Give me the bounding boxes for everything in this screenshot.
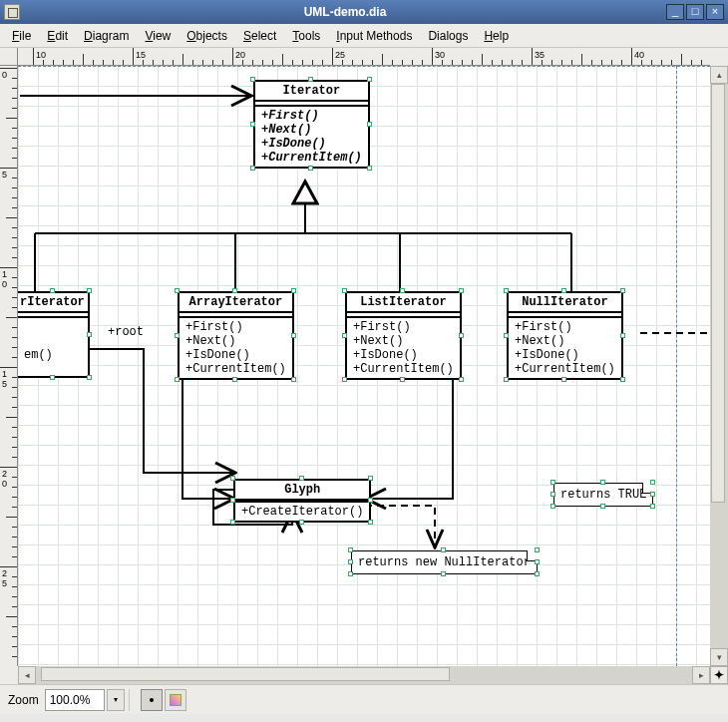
- scroll-track[interactable]: [710, 84, 728, 648]
- selection-handle[interactable]: [550, 480, 555, 485]
- menu-edit[interactable]: Edit: [39, 27, 76, 45]
- scroll-thumb[interactable]: [711, 84, 725, 503]
- selection-handle[interactable]: [308, 77, 313, 82]
- selection-handle[interactable]: [367, 77, 372, 82]
- selection-handle[interactable]: [291, 288, 296, 293]
- selection-handle[interactable]: [250, 166, 255, 171]
- scroll-up-button[interactable]: ▴: [710, 66, 728, 84]
- selection-handle[interactable]: [504, 288, 509, 293]
- selection-handle[interactable]: [368, 520, 373, 525]
- menu-input-methods[interactable]: Input Methods: [328, 27, 420, 45]
- selection-handle[interactable]: [250, 122, 255, 127]
- scroll-thumb[interactable]: [41, 667, 450, 681]
- selection-handle[interactable]: [348, 571, 353, 576]
- selection-handle[interactable]: [535, 547, 540, 552]
- menu-select[interactable]: Select: [235, 27, 284, 45]
- selection-handle[interactable]: [550, 504, 555, 509]
- selection-handle[interactable]: [291, 377, 296, 382]
- selection-handle[interactable]: [87, 288, 92, 293]
- uml-class-arrayiterator[interactable]: ArrayIterator +First() +Next() +IsDone()…: [178, 291, 294, 380]
- menu-view[interactable]: View: [137, 27, 179, 45]
- uml-class-nulliterator[interactable]: NullIterator +First() +Next() +IsDone() …: [507, 291, 623, 380]
- selection-handle[interactable]: [348, 559, 353, 564]
- zoom-input[interactable]: [45, 689, 105, 711]
- scroll-left-button[interactable]: ◂: [18, 666, 36, 684]
- selection-handle[interactable]: [620, 288, 625, 293]
- selection-handle[interactable]: [459, 288, 464, 293]
- selection-handle[interactable]: [230, 476, 235, 481]
- menu-objects[interactable]: Objects: [179, 27, 235, 45]
- selection-handle[interactable]: [87, 332, 92, 337]
- layers-button[interactable]: [165, 689, 186, 711]
- selection-handle[interactable]: [367, 122, 372, 127]
- selection-handle[interactable]: [368, 476, 373, 481]
- selection-handle[interactable]: [459, 333, 464, 338]
- uml-class-listiterator[interactable]: ListIterator +First() +Next() +IsDone() …: [345, 291, 462, 380]
- selection-handle[interactable]: [459, 377, 464, 382]
- menu-diagram[interactable]: Diagram: [76, 27, 137, 45]
- selection-handle[interactable]: [250, 77, 255, 82]
- selection-handle[interactable]: [175, 377, 180, 382]
- selection-handle[interactable]: [230, 498, 235, 503]
- close-button[interactable]: ×: [706, 4, 724, 20]
- vertical-scrollbar[interactable]: ▴ ▾: [710, 66, 728, 666]
- class-operations: em(): [18, 318, 88, 376]
- selection-handle[interactable]: [550, 492, 555, 497]
- selection-handle[interactable]: [441, 547, 446, 552]
- selection-handle[interactable]: [650, 480, 655, 485]
- menu-help[interactable]: Help: [476, 27, 517, 45]
- selection-handle[interactable]: [504, 377, 509, 382]
- selection-handle[interactable]: [561, 377, 566, 382]
- selection-handle[interactable]: [620, 377, 625, 382]
- menu-tools[interactable]: Tools: [284, 27, 328, 45]
- selection-handle[interactable]: [504, 333, 509, 338]
- scroll-right-button[interactable]: ▸: [692, 666, 710, 684]
- selection-handle[interactable]: [368, 498, 373, 503]
- zoom-dropdown-button[interactable]: ▾: [107, 689, 125, 711]
- uml-class-glyph[interactable]: Glyph +CreateIterator(): [233, 479, 371, 523]
- selection-handle[interactable]: [232, 377, 237, 382]
- selection-handle[interactable]: [291, 333, 296, 338]
- selection-handle[interactable]: [342, 333, 347, 338]
- uml-class-iterator[interactable]: Iterator +First() +Next() +IsDone() +Cur…: [253, 80, 370, 169]
- class-name: NullIterator: [509, 293, 621, 313]
- scroll-down-button[interactable]: ▾: [710, 648, 728, 666]
- uml-class-riterator[interactable]: rIterator em(): [18, 291, 90, 378]
- selection-handle[interactable]: [650, 492, 655, 497]
- horizontal-scrollbar[interactable]: ◂ ▸: [18, 666, 710, 684]
- selection-handle[interactable]: [342, 377, 347, 382]
- selection-handle[interactable]: [367, 166, 372, 171]
- minimize-button[interactable]: _: [666, 4, 684, 20]
- canvas[interactable]: Iterator +First() +Next() +IsDone() +Cur…: [18, 66, 710, 666]
- scroll-track[interactable]: [36, 666, 692, 684]
- selection-handle[interactable]: [561, 288, 566, 293]
- selection-handle[interactable]: [50, 375, 55, 380]
- menu-file[interactable]: File: [4, 27, 39, 45]
- selection-handle[interactable]: [400, 288, 405, 293]
- selection-handle[interactable]: [348, 547, 353, 552]
- selection-handle[interactable]: [600, 504, 605, 509]
- selection-handle[interactable]: [50, 288, 55, 293]
- selection-handle[interactable]: [299, 476, 304, 481]
- snap-toggle-button[interactable]: [141, 689, 163, 711]
- selection-handle[interactable]: [175, 288, 180, 293]
- navigate-button[interactable]: ✦: [710, 666, 728, 684]
- canvas-viewport[interactable]: Iterator +First() +Next() +IsDone() +Cur…: [18, 66, 710, 666]
- selection-handle[interactable]: [600, 480, 605, 485]
- selection-handle[interactable]: [441, 571, 446, 576]
- selection-handle[interactable]: [650, 504, 655, 509]
- selection-handle[interactable]: [535, 559, 540, 564]
- selection-handle[interactable]: [620, 333, 625, 338]
- selection-handle[interactable]: [87, 375, 92, 380]
- class-name: Iterator: [255, 82, 368, 102]
- selection-handle[interactable]: [230, 520, 235, 525]
- selection-handle[interactable]: [175, 333, 180, 338]
- selection-handle[interactable]: [299, 520, 304, 525]
- selection-handle[interactable]: [232, 288, 237, 293]
- selection-handle[interactable]: [400, 377, 405, 382]
- menu-dialogs[interactable]: Dialogs: [420, 27, 476, 45]
- maximize-button[interactable]: □: [686, 4, 704, 20]
- selection-handle[interactable]: [342, 288, 347, 293]
- selection-handle[interactable]: [308, 166, 313, 171]
- selection-handle[interactable]: [535, 571, 540, 576]
